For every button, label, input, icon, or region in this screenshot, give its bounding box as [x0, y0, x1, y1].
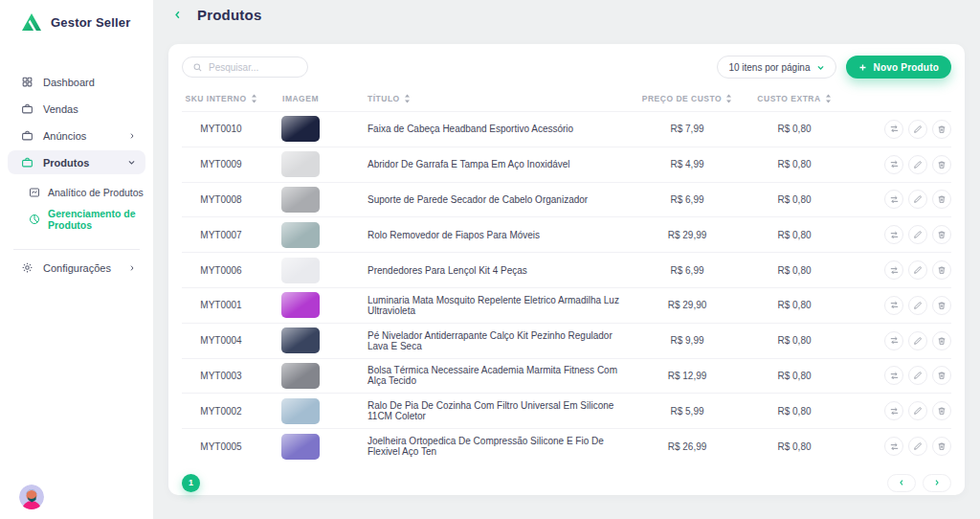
- sku-cell: MYT0005: [182, 441, 260, 452]
- pagination: 1: [182, 474, 951, 492]
- delete-button[interactable]: [932, 401, 951, 420]
- previous-page-button[interactable]: [887, 474, 916, 492]
- sidebar-item-anuncios[interactable]: Anúncios: [8, 124, 145, 147]
- product-image: [281, 292, 320, 318]
- edit-button[interactable]: [908, 120, 927, 139]
- chevron-right-icon: [933, 479, 941, 486]
- sort-icon[interactable]: [725, 94, 732, 103]
- product-image: [281, 151, 320, 177]
- sort-icon[interactable]: [251, 94, 257, 103]
- brand-logo[interactable]: Gestor Seller: [0, 0, 153, 41]
- transfer-button[interactable]: [884, 366, 903, 385]
- page-number-button[interactable]: 1: [182, 474, 200, 492]
- cost-price-cell: R$ 29,90: [630, 300, 745, 310]
- sort-icon[interactable]: [404, 94, 411, 103]
- sidebar-nav: Dashboard Vendas Anúncios: [0, 70, 153, 280]
- delete-button[interactable]: [932, 437, 951, 456]
- trash-icon: [937, 194, 947, 204]
- table-body: MYT0010 Faixa de Cabeça Headband Esporti…: [182, 111, 951, 463]
- brand-triangle-icon: [21, 12, 42, 32]
- image-cell: [260, 187, 341, 213]
- delete-button[interactable]: [932, 366, 951, 385]
- delete-button[interactable]: [932, 190, 951, 209]
- produtos-submenu: Analítico de Produtos Gerenciamento de P…: [0, 182, 153, 236]
- column-header-custo-extra: CUSTO EXTRA: [745, 94, 844, 103]
- table-row: MYT0009 Abridor De Garrafa E Tampa Em Aç…: [182, 147, 951, 182]
- extra-cost-cell: R$ 0,80: [745, 159, 844, 169]
- back-button[interactable]: [170, 7, 185, 23]
- image-cell: [260, 398, 341, 424]
- table-row: MYT0007 Rolo Removedor de Fiapos Para Mó…: [182, 216, 951, 252]
- sidebar-item-vendas[interactable]: Vendas: [8, 97, 145, 121]
- sidebar-item-produtos[interactable]: Produtos: [8, 150, 145, 174]
- swap-icon: [889, 124, 900, 134]
- cost-price-cell: R$ 4,99: [630, 159, 745, 169]
- transfer-button[interactable]: [884, 437, 903, 456]
- sidebar-item-label: Configurações: [43, 262, 111, 274]
- delete-button[interactable]: [932, 331, 951, 350]
- delete-button[interactable]: [932, 225, 951, 244]
- title-cell: Bolsa Térmica Necessaire Academia Marmit…: [341, 365, 630, 386]
- sidebar-divider: [13, 249, 140, 250]
- edit-button[interactable]: [908, 437, 927, 456]
- pencil-icon: [913, 124, 923, 134]
- transfer-button[interactable]: [884, 401, 903, 420]
- swap-icon: [889, 159, 900, 169]
- image-cell: [260, 363, 341, 389]
- transfer-button[interactable]: [884, 296, 903, 315]
- column-header-titulo: TÍTULO: [341, 94, 630, 103]
- delete-button[interactable]: [932, 260, 951, 280]
- cost-price-cell: R$ 6,99: [630, 265, 745, 276]
- edit-button[interactable]: [908, 225, 927, 244]
- sidebar-item-label: Analítico de Produtos: [48, 187, 144, 198]
- pager-controls: [887, 474, 951, 492]
- search-box[interactable]: [182, 56, 308, 78]
- edit-button[interactable]: [908, 366, 927, 385]
- sidebar-item-label: Gerenciamento de Produtos: [48, 208, 144, 231]
- image-cell: [260, 116, 341, 142]
- transfer-button[interactable]: [884, 155, 903, 174]
- table-header: SKU INTERNO IMAGEM TÍTULO PREÇO DE CUSTO…: [182, 86, 951, 111]
- trash-icon: [937, 371, 947, 380]
- chart-icon: [29, 187, 40, 198]
- search-input[interactable]: [209, 62, 298, 73]
- page-header: Produtos: [170, 7, 261, 23]
- edit-button[interactable]: [908, 296, 927, 315]
- sku-cell: MYT0009: [182, 159, 260, 169]
- edit-button[interactable]: [908, 401, 927, 420]
- transfer-button[interactable]: [884, 331, 903, 350]
- sidebar-item-analitico-de-produtos[interactable]: Analítico de Produtos: [0, 182, 153, 203]
- image-cell: [260, 258, 341, 283]
- table-row: MYT0003 Bolsa Térmica Necessaire Academi…: [182, 358, 951, 394]
- transfer-button[interactable]: [884, 260, 903, 280]
- transfer-button[interactable]: [884, 120, 903, 139]
- edit-button[interactable]: [908, 155, 927, 174]
- delete-button[interactable]: [932, 120, 951, 139]
- page-size-dropdown[interactable]: 10 itens por página: [717, 56, 836, 79]
- extra-cost-cell: R$ 0,80: [745, 194, 844, 205]
- edit-button[interactable]: [908, 260, 927, 280]
- sidebar-item-dashboard[interactable]: Dashboard: [8, 70, 145, 94]
- brand-name: Gestor Seller: [51, 15, 131, 30]
- transfer-button[interactable]: [884, 225, 903, 244]
- trash-icon: [937, 441, 947, 451]
- next-page-button[interactable]: [923, 474, 951, 492]
- title-cell: Pé Nivelador Antiderrapante Calço Kit Pe…: [341, 330, 630, 351]
- sidebar-item-gerenciamento-de-produtos[interactable]: Gerenciamento de Produtos: [0, 203, 153, 236]
- briefcase-icon: [21, 102, 33, 115]
- product-image: [281, 363, 320, 389]
- sidebar: Gestor Seller Dashboard Vendas: [0, 0, 153, 519]
- pencil-icon: [913, 301, 923, 310]
- transfer-button[interactable]: [884, 190, 903, 209]
- delete-button[interactable]: [932, 296, 951, 315]
- swap-icon: [889, 300, 900, 310]
- new-product-label: Novo Produto: [873, 62, 939, 73]
- chevron-right-icon: [128, 132, 136, 140]
- user-avatar[interactable]: [19, 485, 44, 509]
- edit-button[interactable]: [908, 331, 927, 350]
- delete-button[interactable]: [932, 155, 951, 174]
- sidebar-item-configuracoes[interactable]: Configurações: [8, 256, 145, 280]
- sort-icon[interactable]: [825, 94, 832, 103]
- edit-button[interactable]: [908, 190, 927, 209]
- new-product-button[interactable]: Novo Produto: [846, 56, 951, 79]
